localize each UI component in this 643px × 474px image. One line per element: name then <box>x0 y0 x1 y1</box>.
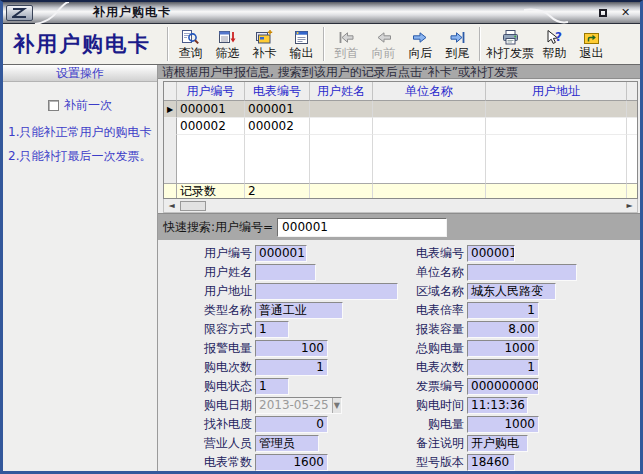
toolbar-buttons: 查询筛选补卡输出到首向前向后到尾补打发票?帮助退出 <box>172 25 610 63</box>
purchase-time-field-label: 购电时间 <box>390 397 464 414</box>
table-row[interactable]: ▶000001000001 <box>164 101 637 118</box>
table-cell-overflow <box>627 135 637 151</box>
help-button[interactable]: ?帮助 <box>536 25 573 63</box>
scroll-left-arrow-icon[interactable]: ◄ <box>165 200 178 212</box>
reissue-card-button[interactable]: 补卡 <box>246 25 283 63</box>
table-cell <box>245 135 310 151</box>
alarm-energy-field-label: 报警电量 <box>178 340 252 357</box>
table-cell <box>373 151 486 167</box>
meter-count-field-label: 电表次数 <box>390 359 464 376</box>
form-row: 型号版本18460 <box>390 453 577 472</box>
record-count-label: 记录数 <box>177 183 245 199</box>
purchase-status-field[interactable]: 1 <box>255 378 289 395</box>
filter-button[interactable]: 筛选 <box>209 25 246 63</box>
table-horizontal-scrollbar[interactable]: ◄ ► <box>163 199 638 213</box>
form-row: 报装容量8.00 <box>390 320 577 339</box>
purchase-amount-field[interactable]: 1000 <box>467 416 539 433</box>
toolbar-button-label: 到首 <box>335 46 359 61</box>
installed-capacity-field[interactable]: 8.00 <box>467 321 539 338</box>
go-last-button[interactable]: 到尾 <box>439 25 476 63</box>
output-button[interactable]: 输出 <box>283 25 320 63</box>
sidebar-note: 1.只能补正常用户的购电卡 <box>8 125 154 140</box>
table-cell <box>177 135 245 151</box>
scroll-right-arrow-icon[interactable]: ► <box>623 200 636 212</box>
meter-id-field-label: 电表编号 <box>390 245 464 262</box>
operator-field[interactable]: 管理员 <box>255 435 319 452</box>
scrollbar-thumb[interactable] <box>180 201 206 211</box>
meter-constant-field[interactable]: 1600 <box>255 454 328 471</box>
form-row: 购电日期2013-05-25▼ <box>178 396 398 415</box>
meter-count-field[interactable]: 1 <box>467 359 539 376</box>
table-cell <box>310 101 373 118</box>
operator-field-label: 营业人员 <box>178 435 252 452</box>
titlebar-swoosh-left <box>33 2 69 24</box>
quick-search-input[interactable] <box>277 218 447 237</box>
exit-icon <box>582 27 601 46</box>
toolbar: 补用户购电卡 查询筛选补卡输出到首向前向后到尾补打发票?帮助退出 <box>3 24 640 65</box>
detail-form: 用户编号000001用户姓名用户地址类型名称普通工业限容方式1报警电量100购电… <box>158 240 640 471</box>
user-id-field-label: 用户编号 <box>178 245 252 262</box>
reprint-invoice-button[interactable]: 补打发票 <box>484 25 536 63</box>
meter-id-field[interactable]: 000001 <box>467 245 515 262</box>
form-row: 发票编号0000000001 <box>390 377 577 396</box>
table-cell <box>245 167 310 183</box>
form-right-column: 电表编号000001单位名称区域名称城东人民路变电表倍率1报装容量8.00总购电… <box>390 244 577 472</box>
meter-ratio-field[interactable]: 1 <box>467 302 539 319</box>
table-summary-row: 记录数2 <box>164 183 637 199</box>
go-first-button: 到首 <box>328 25 365 63</box>
limit-mode-field[interactable]: 1 <box>255 321 289 338</box>
table-cell: 000002 <box>177 118 245 135</box>
column-header: 用户编号 <box>177 82 245 101</box>
row-selector-cell: ▶ <box>164 101 177 118</box>
table-row[interactable]: 000002000002 <box>164 118 637 135</box>
type-name-field[interactable]: 普通工业 <box>255 302 343 319</box>
query-button[interactable]: 查询 <box>172 25 209 63</box>
table-cell-overflow <box>627 151 637 167</box>
total-energy-field[interactable]: 1000 <box>467 340 539 357</box>
prev-icon <box>374 27 393 46</box>
form-row: 限容方式1 <box>178 320 398 339</box>
form-left-column: 用户编号000001用户姓名用户地址类型名称普通工业限容方式1报警电量100购电… <box>178 244 398 472</box>
purchase-time-field[interactable]: 11:13:36 <box>467 397 528 414</box>
toolbar-group-separator <box>323 27 325 61</box>
adjust-energy-field-label: 找补电度 <box>178 416 252 433</box>
purchase-count-field-label: 购电次数 <box>178 359 252 376</box>
toolbar-button-label: 查询 <box>179 46 203 61</box>
close-button[interactable]: ✕ <box>619 6 632 19</box>
invoice-no-field[interactable]: 0000000001 <box>467 378 539 395</box>
user-name-field-label: 用户姓名 <box>178 264 252 281</box>
remark-field[interactable]: 开户购电 <box>467 435 528 452</box>
printer-icon <box>501 27 520 46</box>
exit-button[interactable]: 退出 <box>573 25 610 63</box>
table-cell <box>486 167 627 183</box>
redo-previous-checkbox[interactable] <box>48 100 59 111</box>
purchase-amount-field-label: 购电量 <box>390 416 464 433</box>
alarm-energy-field[interactable]: 100 <box>255 340 328 357</box>
user-address-field[interactable] <box>255 283 398 300</box>
first-icon <box>337 27 356 46</box>
table-cell: 000001 <box>245 101 310 118</box>
table-cell-overflow <box>627 167 637 183</box>
form-row: 电表次数1 <box>390 358 577 377</box>
filter-icon <box>218 27 237 46</box>
table-cell <box>310 167 373 183</box>
user-name-field[interactable] <box>255 264 316 281</box>
unit-name-field[interactable] <box>467 264 577 281</box>
column-header: 单位名称 <box>373 82 486 101</box>
dropdown-arrow-icon: ▼ <box>332 398 341 413</box>
svg-text:?: ? <box>555 30 562 44</box>
maximize-button[interactable] <box>596 6 609 19</box>
purchase-date-field-label: 购电日期 <box>178 397 252 414</box>
go-next-button[interactable]: 向后 <box>402 25 439 63</box>
adjust-energy-field[interactable]: 0 <box>255 416 328 433</box>
row-selector-cell <box>164 118 177 135</box>
last-icon <box>448 27 467 46</box>
model-version-field[interactable]: 18460 <box>467 454 515 471</box>
form-row: 购电次数1 <box>178 358 398 377</box>
purchase-count-field[interactable]: 1 <box>255 359 328 376</box>
toolbar-button-label: 筛选 <box>216 46 240 61</box>
form-row: 营业人员管理员 <box>178 434 398 453</box>
area-name-field[interactable]: 城东人民路变 <box>467 283 556 300</box>
user-id-field[interactable]: 000001 <box>255 245 307 262</box>
form-row: 找补电度0 <box>178 415 398 434</box>
